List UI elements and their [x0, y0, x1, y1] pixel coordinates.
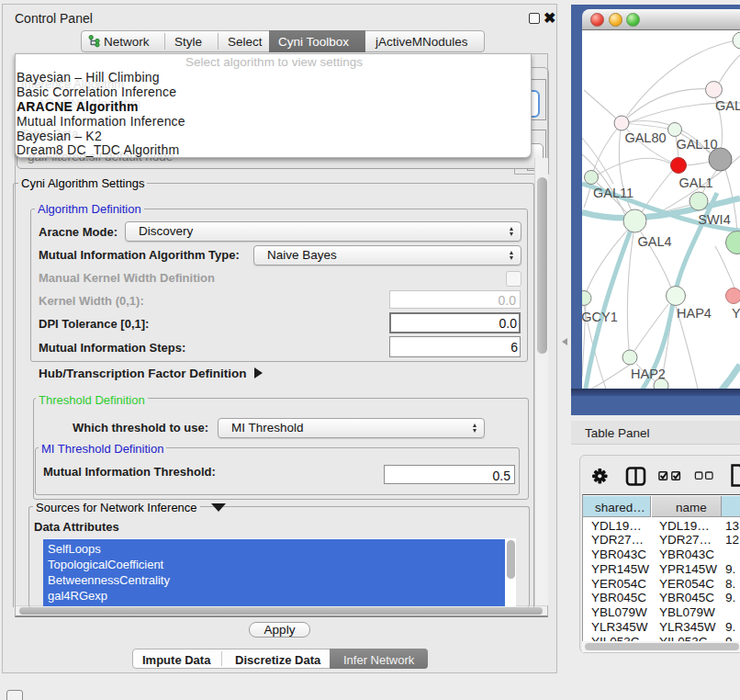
- svg-text:GAL1: GAL1: [678, 175, 712, 190]
- svg-text:GAL80: GAL80: [624, 130, 666, 145]
- svg-text:HAP4: HAP4: [677, 306, 712, 321]
- svg-text:YM: YM: [732, 306, 740, 321]
- svg-text:GAL4: GAL4: [637, 234, 671, 249]
- svg-text:HAP2: HAP2: [631, 367, 666, 381]
- svg-text:SWI4: SWI4: [698, 212, 730, 227]
- svg-text:GAL11: GAL11: [593, 186, 633, 200]
- svg-text:GCY1: GCY1: [582, 310, 618, 324]
- svg-text:GAL10: GAL10: [676, 137, 717, 152]
- svg-text:GAL2: GAL2: [715, 98, 740, 113]
